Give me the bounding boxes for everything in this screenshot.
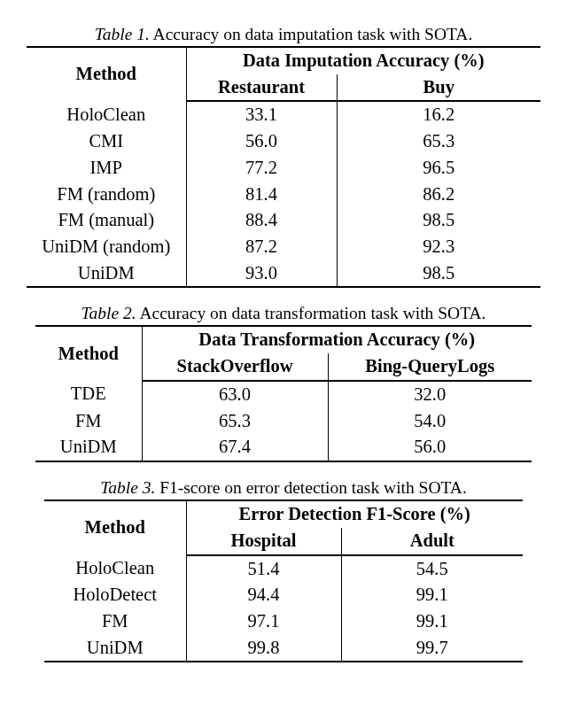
table-row: IMP77.296.5 [27,155,540,182]
table-row: HoloClean51.454.5 [44,555,523,583]
col2-header: Buy [337,74,540,102]
table-row: UniDM99.899.7 [44,635,523,662]
table3-caption-prefix: Table 3. [100,478,155,497]
table-row: HoloClean33.116.2 [27,101,540,128]
table-row: FM97.199.1 [44,608,523,635]
accuracy-header: Error Detection F1-Score (%) [186,500,523,528]
table-row: UniDM67.456.0 [35,434,532,461]
table3-caption-rest: F1-score on error detection task with SO… [155,478,467,497]
table2-caption: Table 2. Accuracy on data transformation… [18,304,549,323]
method-header: Method [44,500,186,554]
table1-caption: Table 1. Accuracy on data imputation tas… [18,25,549,44]
table-row: Method Data Transformation Accuracy (%) [35,326,532,353]
col2-header: Adult [341,528,523,555]
table-row: FM (random)81.486.2 [27,182,540,208]
table1-caption-rest: Accuracy on data imputation task with SO… [150,25,473,43]
table-row: UniDM93.098.5 [27,260,540,288]
table-row: FM (manual)88.498.5 [27,207,540,234]
table-row: Method Data Imputation Accuracy (%) [27,47,540,74]
accuracy-header: Data Transformation Accuracy (%) [142,326,532,353]
table-row: CMI56.065.3 [27,128,540,155]
table3: Method Error Detection F1-Score (%) Hosp… [44,500,523,662]
col1-header: Restaurant [186,74,337,102]
table1-caption-prefix: Table 1. [95,25,150,43]
col1-header: StackOverflow [142,353,328,381]
col1-header: Hospital [186,528,341,555]
table-row: HoloDetect94.499.1 [44,582,523,608]
table-row: Method Error Detection F1-Score (%) [44,500,523,528]
table-row: UniDM (random)87.292.3 [27,234,540,260]
accuracy-header: Data Imputation Accuracy (%) [186,47,540,74]
table2: Method Data Transformation Accuracy (%) … [35,325,532,462]
table-row: TDE63.032.0 [35,381,532,408]
method-header: Method [35,326,142,380]
method-header: Method [27,47,186,101]
table-row: FM65.354.0 [35,408,532,435]
table2-caption-rest: Accuracy on data transformation task wit… [136,304,486,322]
col2-header: Bing-QueryLogs [328,353,532,381]
table3-caption: Table 3. F1-score on error detection tas… [18,478,549,498]
table1: Method Data Imputation Accuracy (%) Rest… [27,46,540,288]
table2-caption-prefix: Table 2. [82,304,136,322]
